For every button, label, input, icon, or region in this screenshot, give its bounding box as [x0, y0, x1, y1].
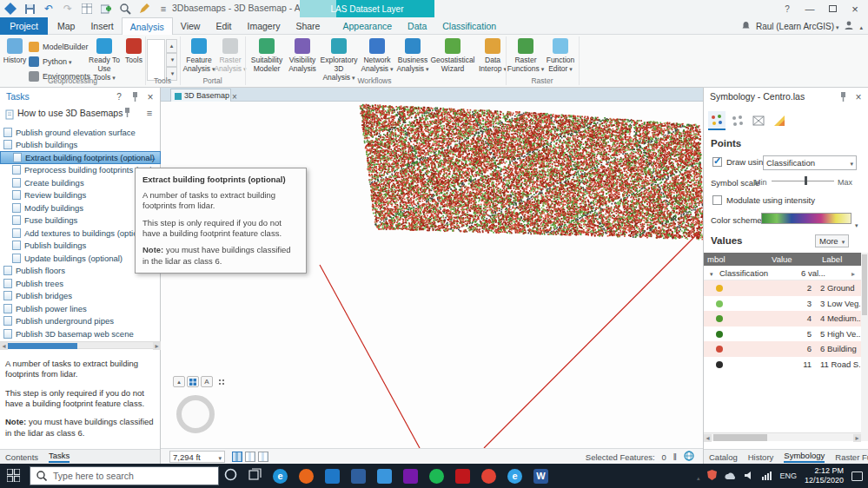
gallery-down-icon[interactable]	[166, 53, 177, 67]
taskbar-app-firefox[interactable]	[299, 469, 314, 484]
tab-contents[interactable]: Contents	[5, 452, 38, 462]
labels-control-icon[interactable]: A	[201, 376, 213, 387]
python-button[interactable]: Python	[29, 55, 86, 68]
class-color-swatch[interactable]	[716, 300, 723, 307]
tab-appearance[interactable]: Appearance	[335, 17, 400, 35]
tab-symbology[interactable]: Symbology	[784, 451, 825, 463]
pause-drawing-icon[interactable]	[673, 452, 677, 462]
chevron-right-icon[interactable]	[851, 268, 855, 278]
security-shield-icon[interactable]	[707, 468, 717, 484]
tab-history[interactable]: History	[748, 452, 774, 462]
task-item[interactable]: Publish trees	[0, 277, 161, 290]
task-item[interactable]: Publish power lines	[0, 302, 161, 315]
map-view[interactable]: A	[161, 102, 703, 448]
tasks-help-icon[interactable]	[113, 91, 125, 102]
class-color-swatch[interactable]	[716, 361, 723, 368]
tray-expand-icon[interactable]	[697, 468, 700, 484]
value-row[interactable]: 1111 Road S...	[704, 357, 861, 373]
points-symbology-icon[interactable]	[708, 111, 726, 130]
color-scheme-dropdown-icon[interactable]	[853, 215, 858, 231]
volume-icon[interactable]	[745, 468, 754, 484]
cortana-icon[interactable]	[224, 468, 237, 485]
undo-icon[interactable]: ↶	[42, 2, 56, 16]
task-menu-icon[interactable]	[143, 107, 156, 118]
more-button[interactable]: More	[815, 234, 849, 247]
value-row[interactable]: 44 Medium...	[704, 311, 861, 326]
redo-icon[interactable]: ↷	[61, 2, 75, 16]
tab-edit[interactable]: Edit	[208, 17, 239, 35]
account-name[interactable]: Raul (Learn ArcGIS)	[756, 22, 839, 31]
person-icon[interactable]	[844, 20, 854, 32]
edit-icon[interactable]	[137, 2, 151, 16]
tab-raster-functions[interactable]: Raster Functions	[835, 452, 868, 462]
value-row[interactable]: 22 Ground	[704, 280, 861, 296]
modulate-checkbox[interactable]	[712, 195, 722, 205]
value-row[interactable]: 55 High Ve...	[704, 326, 861, 342]
elevation-symbology-icon[interactable]	[771, 111, 788, 130]
customize-toolbar-icon[interactable]	[156, 2, 170, 16]
taskbar-clock[interactable]: 2:12 PM 12/15/2020	[805, 466, 844, 486]
drag-dots-icon[interactable]	[218, 379, 225, 386]
map-view-tab[interactable]: 3D Basemap	[170, 89, 231, 102]
taskbar-app-edge[interactable]: e	[273, 469, 288, 484]
taskbar-app-spotify[interactable]	[429, 469, 444, 484]
scrollbar-thumb[interactable]	[8, 343, 77, 349]
table-icon[interactable]	[80, 2, 94, 16]
scrollbar-thumb[interactable]	[862, 254, 867, 315]
layers-control-icon[interactable]	[187, 376, 199, 387]
tab-classification[interactable]: Classification	[434, 17, 504, 35]
onedrive-icon[interactable]	[725, 468, 737, 484]
value-row[interactable]: 66 Building	[704, 341, 861, 357]
class-color-swatch[interactable]	[716, 331, 723, 338]
scroll-left-icon[interactable]	[704, 434, 712, 442]
values-hscrollbar[interactable]	[704, 432, 861, 441]
taskbar-app-mail[interactable]	[377, 469, 392, 484]
map-canvas[interactable]	[161, 102, 703, 448]
minimize-icon[interactable]: —	[800, 1, 819, 16]
zoom-icon[interactable]	[118, 2, 132, 16]
taskbar-app-arcgis-pro[interactable]	[351, 469, 366, 484]
expand-control-icon[interactable]	[173, 376, 185, 387]
draw-using-select[interactable]: Classification	[763, 155, 857, 170]
help-icon[interactable]	[778, 1, 797, 16]
symbology-close-icon[interactable]: ×	[852, 91, 865, 102]
scrollbar-thumb[interactable]	[713, 434, 767, 441]
task-item[interactable]: Publish ground elevation surface	[0, 126, 161, 139]
map-scale-select[interactable]: 7,294 ft	[169, 451, 225, 463]
tab-imagery[interactable]: Imagery	[239, 17, 288, 35]
tools-gallery[interactable]	[147, 39, 165, 81]
network-icon[interactable]	[762, 468, 772, 484]
points-alt-symbology-icon[interactable]	[729, 111, 746, 130]
save-icon[interactable]	[23, 2, 36, 16]
tab-map[interactable]: Map	[50, 17, 83, 35]
action-center-icon[interactable]	[851, 472, 863, 481]
taskbar-app-chrome[interactable]	[481, 469, 496, 484]
collapse-ribbon-icon[interactable]	[859, 22, 863, 31]
selection-grid2-icon[interactable]	[245, 452, 255, 462]
start-button[interactable]	[7, 469, 20, 485]
class-color-swatch[interactable]	[716, 346, 723, 353]
tab-catalog[interactable]: Catalog	[709, 452, 738, 462]
values-vscrollbar[interactable]	[861, 253, 868, 441]
slider-handle[interactable]	[805, 176, 807, 185]
symbology-pin-icon[interactable]	[837, 91, 849, 102]
task-view-icon[interactable]	[248, 468, 262, 485]
compass-control[interactable]	[176, 395, 215, 433]
class-color-swatch[interactable]	[716, 315, 723, 322]
extent-symbology-icon[interactable]	[750, 111, 767, 130]
tab-project[interactable]: Project	[0, 17, 48, 35]
task-pin-icon[interactable]	[121, 107, 133, 118]
tab-data[interactable]: Data	[400, 17, 434, 35]
value-row[interactable]: 33 Low Veg...	[704, 296, 861, 312]
tasks-close-icon[interactable]: ×	[144, 91, 156, 102]
taskbar-app-word[interactable]: W	[533, 469, 548, 484]
task-item[interactable]: Publish 3D basemap web scene	[0, 327, 161, 340]
refresh-globe-icon[interactable]	[684, 451, 694, 463]
tab-analysis[interactable]: Analysis	[122, 17, 173, 35]
task-item[interactable]: Publish bridges	[0, 290, 161, 303]
taskbar-app-store[interactable]	[325, 469, 340, 484]
scroll-right-icon[interactable]	[153, 342, 161, 350]
tab-share[interactable]: Share	[288, 17, 328, 35]
search-input[interactable]: Type here to search	[30, 466, 219, 485]
task-item-selected[interactable]: Extract building footprints (optional)→	[0, 151, 161, 164]
